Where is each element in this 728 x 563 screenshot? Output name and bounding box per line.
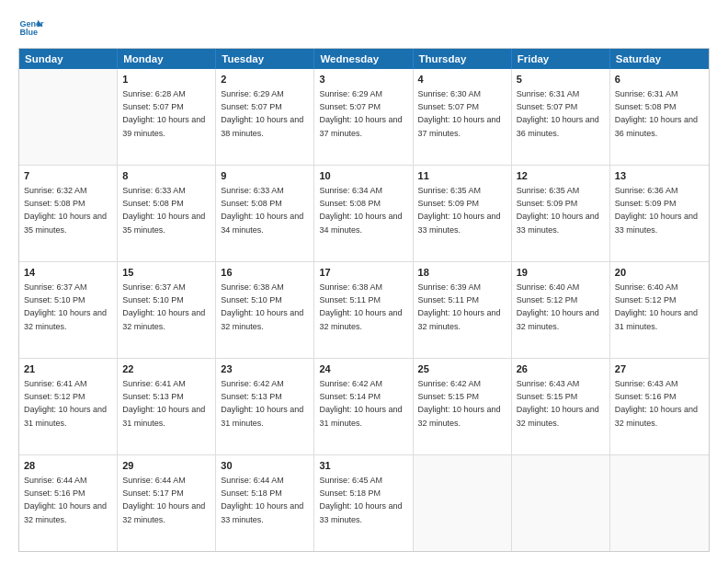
weekday-header-saturday: Saturday xyxy=(610,49,709,69)
day-info: Sunrise: 6:36 AMSunset: 5:09 PMDaylight:… xyxy=(615,186,698,234)
day-cell-25: 25 Sunrise: 6:42 AMSunset: 5:15 PMDaylig… xyxy=(414,359,512,454)
day-cell-26: 26 Sunrise: 6:43 AMSunset: 5:15 PMDaylig… xyxy=(512,359,610,454)
day-number: 29 xyxy=(122,459,210,473)
day-cell-31: 31 Sunrise: 6:45 AMSunset: 5:18 PMDaylig… xyxy=(314,455,413,551)
day-info: Sunrise: 6:44 AMSunset: 5:18 PMDaylight:… xyxy=(221,476,303,523)
day-info: Sunrise: 6:30 AMSunset: 5:07 PMDaylight:… xyxy=(418,89,501,137)
day-cell-7: 7 Sunrise: 6:32 AMSunset: 5:08 PMDayligh… xyxy=(19,166,118,261)
day-number: 28 xyxy=(24,459,112,473)
day-cell-29: 29 Sunrise: 6:44 AMSunset: 5:17 PMDaylig… xyxy=(118,455,216,551)
day-number: 3 xyxy=(319,73,407,86)
day-cell-16: 16 Sunrise: 6:38 AMSunset: 5:10 PMDaylig… xyxy=(216,262,314,358)
day-number: 22 xyxy=(122,362,210,376)
day-cell-3: 3 Sunrise: 6:29 AMSunset: 5:07 PMDayligh… xyxy=(314,69,413,165)
day-cell-12: 12 Sunrise: 6:35 AMSunset: 5:09 PMDaylig… xyxy=(512,166,610,261)
logo: General Blue xyxy=(18,15,48,40)
day-info: Sunrise: 6:45 AMSunset: 5:18 PMDaylight:… xyxy=(319,476,402,523)
day-number: 2 xyxy=(221,73,309,86)
day-info: Sunrise: 6:42 AMSunset: 5:14 PMDaylight:… xyxy=(319,379,402,427)
day-info: Sunrise: 6:39 AMSunset: 5:11 PMDaylight:… xyxy=(418,282,501,330)
day-cell-2: 2 Sunrise: 6:29 AMSunset: 5:07 PMDayligh… xyxy=(216,69,314,165)
day-cell-10: 10 Sunrise: 6:34 AMSunset: 5:08 PMDaylig… xyxy=(314,166,413,261)
day-info: Sunrise: 6:38 AMSunset: 5:10 PMDaylight:… xyxy=(221,282,303,330)
day-cell-24: 24 Sunrise: 6:42 AMSunset: 5:14 PMDaylig… xyxy=(314,359,413,454)
day-cell-21: 21 Sunrise: 6:41 AMSunset: 5:12 PMDaylig… xyxy=(19,359,118,454)
calendar-header: SundayMondayTuesdayWednesdayThursdayFrid… xyxy=(19,49,709,69)
day-cell-11: 11 Sunrise: 6:35 AMSunset: 5:09 PMDaylig… xyxy=(414,166,512,261)
day-info: Sunrise: 6:42 AMSunset: 5:13 PMDaylight:… xyxy=(221,379,303,427)
day-info: Sunrise: 6:31 AMSunset: 5:07 PMDaylight:… xyxy=(517,89,599,137)
day-info: Sunrise: 6:34 AMSunset: 5:08 PMDaylight:… xyxy=(319,186,402,234)
weekday-header-wednesday: Wednesday xyxy=(314,49,413,69)
day-info: Sunrise: 6:44 AMSunset: 5:16 PMDaylight:… xyxy=(24,476,107,523)
calendar-row-5: 28 Sunrise: 6:44 AMSunset: 5:16 PMDaylig… xyxy=(19,455,709,551)
day-number: 15 xyxy=(122,266,210,280)
day-number: 27 xyxy=(615,362,704,376)
svg-text:Blue: Blue xyxy=(19,28,38,37)
day-cell-6: 6 Sunrise: 6:31 AMSunset: 5:08 PMDayligh… xyxy=(610,69,709,165)
calendar-row-2: 7 Sunrise: 6:32 AMSunset: 5:08 PMDayligh… xyxy=(19,166,709,262)
day-number: 4 xyxy=(418,73,506,86)
day-cell-1: 1 Sunrise: 6:28 AMSunset: 5:07 PMDayligh… xyxy=(118,69,216,165)
day-info: Sunrise: 6:33 AMSunset: 5:08 PMDaylight:… xyxy=(221,186,303,234)
day-cell-30: 30 Sunrise: 6:44 AMSunset: 5:18 PMDaylig… xyxy=(216,455,314,551)
day-info: Sunrise: 6:43 AMSunset: 5:15 PMDaylight:… xyxy=(517,379,599,427)
day-info: Sunrise: 6:41 AMSunset: 5:13 PMDaylight:… xyxy=(122,379,205,427)
day-number: 25 xyxy=(418,362,506,376)
day-cell-18: 18 Sunrise: 6:39 AMSunset: 5:11 PMDaylig… xyxy=(414,262,512,358)
day-cell-27: 27 Sunrise: 6:43 AMSunset: 5:16 PMDaylig… xyxy=(610,359,709,454)
day-number: 18 xyxy=(418,266,506,280)
calendar-body: 1 Sunrise: 6:28 AMSunset: 5:07 PMDayligh… xyxy=(19,69,709,551)
weekday-header-friday: Friday xyxy=(512,49,610,69)
day-info: Sunrise: 6:28 AMSunset: 5:07 PMDaylight:… xyxy=(122,89,205,137)
day-number: 11 xyxy=(418,169,506,183)
day-cell-20: 20 Sunrise: 6:40 AMSunset: 5:12 PMDaylig… xyxy=(610,262,709,358)
day-info: Sunrise: 6:35 AMSunset: 5:09 PMDaylight:… xyxy=(517,186,599,234)
day-number: 8 xyxy=(122,169,210,183)
day-cell-15: 15 Sunrise: 6:37 AMSunset: 5:10 PMDaylig… xyxy=(118,262,216,358)
day-cell-8: 8 Sunrise: 6:33 AMSunset: 5:08 PMDayligh… xyxy=(118,166,216,261)
day-info: Sunrise: 6:29 AMSunset: 5:07 PMDaylight:… xyxy=(221,89,303,137)
day-number: 16 xyxy=(221,266,309,280)
calendar: SundayMondayTuesdayWednesdayThursdayFrid… xyxy=(18,48,710,552)
day-info: Sunrise: 6:32 AMSunset: 5:08 PMDaylight:… xyxy=(24,186,107,234)
weekday-header-monday: Monday xyxy=(118,49,216,69)
empty-cell xyxy=(512,455,610,551)
day-number: 7 xyxy=(24,169,112,183)
day-number: 20 xyxy=(615,266,704,280)
day-number: 6 xyxy=(615,73,704,86)
day-number: 10 xyxy=(319,169,407,183)
calendar-row-4: 21 Sunrise: 6:41 AMSunset: 5:12 PMDaylig… xyxy=(19,359,709,455)
day-cell-14: 14 Sunrise: 6:37 AMSunset: 5:10 PMDaylig… xyxy=(19,262,118,358)
day-number: 14 xyxy=(24,266,112,280)
page: General Blue SundayMondayTuesdayWednesda… xyxy=(0,0,728,563)
day-number: 13 xyxy=(615,169,704,183)
day-info: Sunrise: 6:37 AMSunset: 5:10 PMDaylight:… xyxy=(24,282,107,330)
day-cell-23: 23 Sunrise: 6:42 AMSunset: 5:13 PMDaylig… xyxy=(216,359,314,454)
day-info: Sunrise: 6:41 AMSunset: 5:12 PMDaylight:… xyxy=(24,379,107,427)
day-info: Sunrise: 6:38 AMSunset: 5:11 PMDaylight:… xyxy=(319,282,402,330)
day-info: Sunrise: 6:29 AMSunset: 5:07 PMDaylight:… xyxy=(319,89,402,137)
empty-cell xyxy=(610,455,709,551)
calendar-row-3: 14 Sunrise: 6:37 AMSunset: 5:10 PMDaylig… xyxy=(19,262,709,359)
day-info: Sunrise: 6:35 AMSunset: 5:09 PMDaylight:… xyxy=(418,186,501,234)
day-info: Sunrise: 6:42 AMSunset: 5:15 PMDaylight:… xyxy=(418,379,501,427)
empty-cell xyxy=(414,455,512,551)
day-number: 19 xyxy=(517,266,605,280)
day-cell-13: 13 Sunrise: 6:36 AMSunset: 5:09 PMDaylig… xyxy=(610,166,709,261)
day-number: 1 xyxy=(122,73,210,86)
day-cell-4: 4 Sunrise: 6:30 AMSunset: 5:07 PMDayligh… xyxy=(414,69,512,165)
day-number: 9 xyxy=(221,169,309,183)
day-number: 21 xyxy=(24,362,112,376)
day-cell-28: 28 Sunrise: 6:44 AMSunset: 5:16 PMDaylig… xyxy=(19,455,118,551)
day-info: Sunrise: 6:40 AMSunset: 5:12 PMDaylight:… xyxy=(615,282,698,330)
day-number: 12 xyxy=(517,169,605,183)
day-number: 5 xyxy=(517,73,605,86)
day-number: 30 xyxy=(221,459,309,473)
day-info: Sunrise: 6:44 AMSunset: 5:17 PMDaylight:… xyxy=(122,476,205,523)
day-cell-22: 22 Sunrise: 6:41 AMSunset: 5:13 PMDaylig… xyxy=(118,359,216,454)
day-number: 31 xyxy=(319,459,407,473)
day-info: Sunrise: 6:40 AMSunset: 5:12 PMDaylight:… xyxy=(517,282,599,330)
day-cell-9: 9 Sunrise: 6:33 AMSunset: 5:08 PMDayligh… xyxy=(216,166,314,261)
day-info: Sunrise: 6:31 AMSunset: 5:08 PMDaylight:… xyxy=(615,89,698,137)
